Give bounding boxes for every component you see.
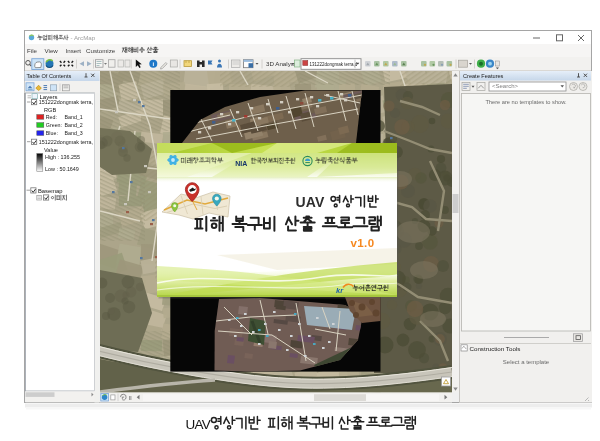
- svg-text:Insert: Insert: [66, 47, 82, 54]
- svg-text:Blue:: Blue:: [46, 130, 58, 136]
- svg-text:Select a template: Select a template: [503, 359, 550, 365]
- svg-text:131222dongmak terra,d: 131222dongmak terra,d: [310, 62, 358, 67]
- svg-text:Green:: Green:: [46, 122, 62, 128]
- svg-text:View: View: [45, 47, 59, 54]
- svg-text:151222dongmak terra,: 151222dongmak terra,: [39, 99, 94, 105]
- svg-text:High : 136.255: High : 136.255: [45, 154, 80, 160]
- svg-text:RGB: RGB: [44, 107, 56, 113]
- svg-text:Create Features: Create Features: [463, 73, 504, 79]
- svg-text:Red:: Red:: [46, 114, 57, 120]
- svg-text:Low : 50.1649: Low : 50.1649: [45, 166, 79, 172]
- svg-text:Basemap: Basemap: [38, 188, 63, 194]
- svg-text:Band_3: Band_3: [65, 130, 83, 136]
- svg-text:NIA: NIA: [235, 160, 247, 167]
- svg-text:There are no templates to show: There are no templates to show.: [485, 99, 567, 105]
- svg-text:Value: Value: [44, 147, 58, 153]
- svg-text:151222dongmak terra,: 151222dongmak terra,: [39, 139, 94, 145]
- svg-text:Customize: Customize: [86, 47, 116, 54]
- svg-text:Band_2: Band_2: [65, 122, 83, 128]
- svg-text:Construction Tools: Construction Tools: [470, 345, 521, 352]
- svg-text:Band_1: Band_1: [65, 114, 83, 120]
- svg-text:- ArcMap: - ArcMap: [71, 34, 96, 41]
- svg-text:UAV: UAV: [186, 417, 211, 432]
- svg-text:3D Analyst: 3D Analyst: [266, 60, 296, 67]
- svg-text:UAV: UAV: [295, 194, 325, 210]
- svg-text:File: File: [27, 47, 38, 54]
- svg-text:v1.0: v1.0: [351, 237, 375, 249]
- svg-text:Table Of Contents: Table Of Contents: [27, 73, 72, 79]
- svg-text:<Search>: <Search>: [492, 83, 519, 89]
